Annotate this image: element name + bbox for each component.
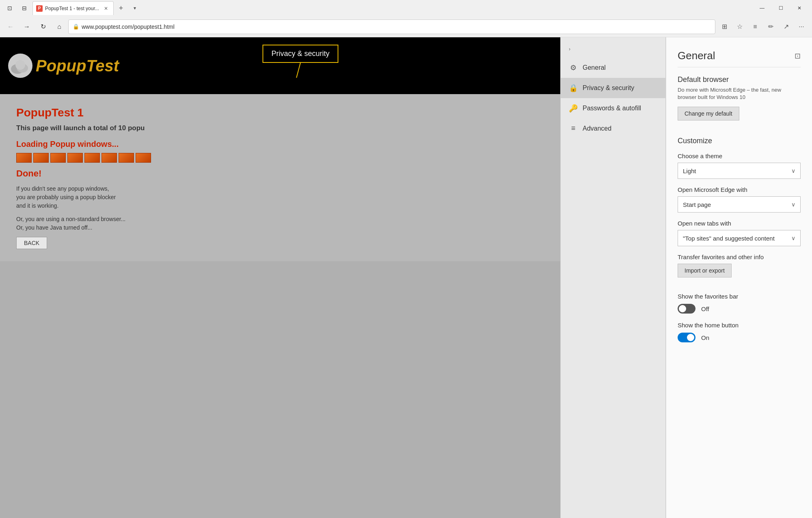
home-button-toggle[interactable] <box>678 333 695 342</box>
home-button-title: Show the home button <box>678 322 801 329</box>
settings-menu-back[interactable]: › <box>561 41 665 58</box>
settings-menu: › ⚙ General 🔒 Privacy & security 🔑 Passw… <box>560 37 666 518</box>
browser-window: ⊡ ⊟ P PopupTest 1 - test your... ✕ + ▾ —… <box>0 0 812 518</box>
popup-logo: PopupTest <box>8 54 119 78</box>
title-bar: ⊡ ⊟ P PopupTest 1 - test your... ✕ + ▾ —… <box>0 0 812 16</box>
pin-button[interactable]: ⊡ <box>795 52 801 60</box>
default-browser-subtitle: Do more with Microsoft Edge – the fast, … <box>678 86 801 101</box>
home-button-row: On <box>678 333 801 342</box>
tab-list-button[interactable]: ▾ <box>128 2 141 15</box>
home-button-label: On <box>701 334 709 341</box>
address-bar: ← → ↻ ⌂ 🔒 www.popuptest.com/popuptest1.h… <box>0 16 812 37</box>
restore-tabs-button[interactable]: ⊡ <box>3 2 16 15</box>
web-note-button[interactable]: ✏ <box>763 19 778 34</box>
close-button[interactable]: ✕ <box>790 2 809 15</box>
customize-title: Customize <box>678 137 801 145</box>
home-button-toggle-knob <box>687 334 694 341</box>
new-tabs-label: Open new tabs with <box>678 220 801 227</box>
more-button[interactable]: ··· <box>794 19 809 34</box>
forward-button[interactable]: → <box>19 19 34 34</box>
reading-list-button[interactable]: ≡ <box>748 19 762 34</box>
passwords-icon: 🔑 <box>569 104 578 113</box>
tab-favicon: P <box>36 5 43 12</box>
sidebar-item-general[interactable]: ⚙ General <box>561 58 665 78</box>
sidebar-item-privacy[interactable]: 🔒 Privacy & security <box>561 78 665 98</box>
logo-cloud-icon <box>8 54 32 78</box>
settings-panel-title: General <box>678 49 715 62</box>
advanced-icon: ≡ <box>569 124 578 133</box>
privacy-icon: 🔒 <box>569 84 578 92</box>
progress-segment-1 <box>16 153 32 163</box>
hub-button[interactable]: ⊞ <box>717 19 732 34</box>
sidebar-item-advanced-label: Advanced <box>583 125 611 132</box>
toolbar-icons: ⊞ ☆ ≡ ✏ ↗ ··· <box>717 19 809 34</box>
active-tab[interactable]: P PopupTest 1 - test your... ✕ <box>32 1 114 15</box>
settings-panel: General ⊡ Default browser Do more with M… <box>666 37 812 518</box>
open-with-dropdown[interactable]: Start page ∨ <box>678 196 801 213</box>
new-tabs-dropdown[interactable]: "Top sites" and suggested content ∨ <box>678 230 801 246</box>
back-button[interactable]: ← <box>3 19 18 34</box>
minimize-button[interactable]: — <box>753 2 771 15</box>
new-tab-button[interactable]: + <box>114 2 127 15</box>
favorites-bar-label: Off <box>701 305 709 312</box>
progress-segment-2 <box>33 153 49 163</box>
settings-panel-header: General ⊡ <box>678 49 801 67</box>
share-button[interactable]: ↗ <box>779 19 793 34</box>
new-tabs-value: "Top sites" and suggested content <box>683 235 775 242</box>
favorites-bar-title: Show the favorites bar <box>678 293 801 300</box>
content-area: PopupTest PopupTest 1 This page will lau… <box>0 37 812 518</box>
open-with-label: Open Microsoft Edge with <box>678 186 801 193</box>
settings-overlay: › ⚙ General 🔒 Privacy & security 🔑 Passw… <box>560 37 812 518</box>
progress-segment-8 <box>136 153 151 163</box>
new-tabs-dropdown-arrow: ∨ <box>791 235 795 241</box>
theme-dropdown[interactable]: Light ∨ <box>678 163 801 179</box>
url-display: www.popuptest.com/popuptest1.html <box>82 24 711 30</box>
open-with-value: Start page <box>683 201 711 208</box>
favorites-bar-row: Off <box>678 304 801 314</box>
progress-segment-6 <box>102 153 117 163</box>
favorites-button[interactable]: ☆ <box>732 19 747 34</box>
tab-history-button[interactable]: ⊟ <box>18 2 31 15</box>
theme-value: Light <box>683 168 696 174</box>
change-default-button[interactable]: Change my default <box>678 107 739 120</box>
tab-close-button[interactable]: ✕ <box>102 4 110 13</box>
back-button-page[interactable]: BACK <box>16 237 47 249</box>
favorites-bar-toggle[interactable] <box>678 304 695 314</box>
popup-logo-text: PopupTest <box>36 57 119 75</box>
open-with-dropdown-arrow: ∨ <box>791 201 795 208</box>
favorites-bar-toggle-knob <box>679 305 686 312</box>
home-button[interactable]: ⌂ <box>52 19 67 34</box>
back-chevron-icon: › <box>569 46 570 52</box>
maximize-button[interactable]: ☐ <box>771 2 790 15</box>
window-controls: — ☐ ✕ <box>753 2 809 15</box>
sidebar-item-passwords-label: Passwords & autofill <box>583 105 641 112</box>
default-browser-title: Default browser <box>678 75 801 84</box>
sidebar-item-advanced[interactable]: ≡ Advanced <box>561 118 665 138</box>
tab-strip: P PopupTest 1 - test your... ✕ + ▾ <box>32 1 751 15</box>
progress-segment-7 <box>119 153 134 163</box>
progress-segment-4 <box>67 153 83 163</box>
sidebar-item-passwords[interactable]: 🔑 Passwords & autofill <box>561 98 665 118</box>
lock-icon: 🔒 <box>73 24 79 30</box>
sidebar-item-privacy-label: Privacy & security <box>583 84 634 92</box>
theme-dropdown-arrow: ∨ <box>791 168 795 174</box>
svg-point-2 <box>15 60 25 70</box>
progress-segment-5 <box>84 153 100 163</box>
theme-label: Choose a theme <box>678 153 801 159</box>
general-icon: ⚙ <box>569 63 578 72</box>
sidebar-item-general-label: General <box>583 64 606 71</box>
address-field[interactable]: 🔒 www.popuptest.com/popuptest1.html <box>68 19 715 34</box>
refresh-button[interactable]: ↻ <box>36 19 50 34</box>
progress-segment-3 <box>50 153 66 163</box>
transfer-title: Transfer favorites and other info <box>678 254 801 260</box>
tab-title: PopupTest 1 - test your... <box>45 6 99 11</box>
import-export-button[interactable]: Import or export <box>678 264 732 277</box>
